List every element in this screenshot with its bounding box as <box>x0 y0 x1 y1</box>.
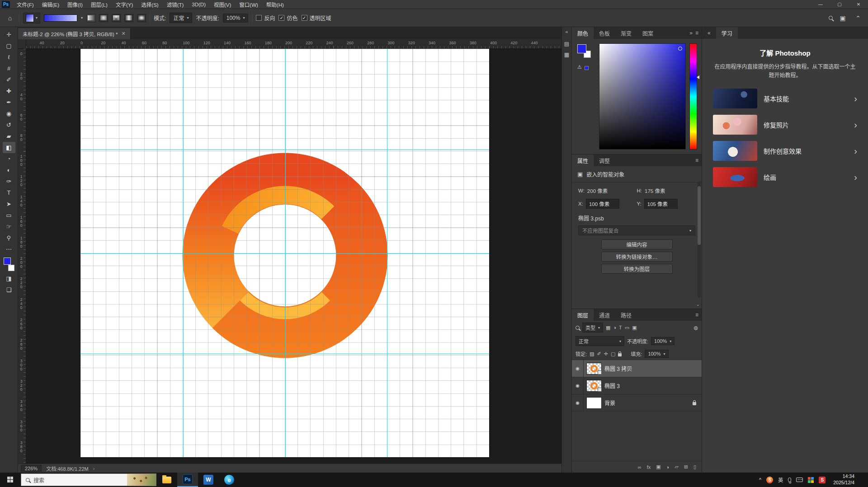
tab-color[interactable]: 颜色 <box>572 27 594 39</box>
chevron-down-icon[interactable]: ⌄ <box>696 302 700 307</box>
dither-checkbox[interactable]: ✓ <box>278 15 284 21</box>
taskbar-file-explorer[interactable] <box>156 473 177 487</box>
lock-artboard-icon[interactable]: ▢ <box>611 351 615 357</box>
reflected-gradient-button[interactable] <box>124 14 133 22</box>
canvas-viewport[interactable] <box>26 49 561 464</box>
security-s-icon[interactable]: S <box>819 477 826 483</box>
lock-position-icon[interactable]: ✛ <box>604 351 608 357</box>
maximize-button[interactable]: ▢ <box>830 0 849 9</box>
learn-item-retouch[interactable]: 修复照片 › <box>713 115 857 135</box>
document-tab[interactable]: 未标题-2 @ 226% (椭圆 3 拷贝, RGB/8) * ✕ <box>18 28 131 39</box>
scrollbar[interactable] <box>698 182 701 298</box>
history-brush-tool[interactable]: ↺ <box>3 119 15 131</box>
lock-all-icon[interactable] <box>618 353 622 356</box>
screen-mode-button[interactable]: ❏ <box>3 284 15 295</box>
hue-slider-arrow[interactable] <box>697 75 699 79</box>
brush-tool[interactable]: ✒ <box>3 97 15 108</box>
hand-tool[interactable]: ☞ <box>3 221 15 232</box>
tab-patterns[interactable]: 图案 <box>637 27 659 39</box>
history-panel-icon[interactable]: ▤ <box>564 41 569 47</box>
zoom-tool[interactable]: ⚲ <box>3 232 15 244</box>
pen-tool[interactable]: ✑ <box>3 176 15 187</box>
tab-channels[interactable]: 通道 <box>594 309 615 321</box>
menu-item-5[interactable]: 选择(S) <box>137 0 162 9</box>
angle-gradient-button[interactable] <box>112 14 121 22</box>
home-icon[interactable]: ⌂ <box>5 13 15 23</box>
menu-item-1[interactable]: 编辑(E) <box>38 0 63 9</box>
hidden-icons-chevron[interactable]: ^ <box>759 477 761 482</box>
reverse-checkbox[interactable] <box>256 15 262 21</box>
layer-thumbnail[interactable] <box>586 363 602 375</box>
chevron-down-icon[interactable]: ▾ <box>81 16 83 20</box>
tab-swatches[interactable]: 色板 <box>594 27 615 39</box>
eyedropper-tool[interactable]: ✐ <box>3 74 15 85</box>
background-color-swatch[interactable] <box>8 265 14 271</box>
learn-item-paint[interactable]: 绘画 › <box>713 167 857 187</box>
lock-transparency-icon[interactable]: ▨ <box>590 351 594 357</box>
layer-comp-select[interactable]: 不应用图层复合 ▾ <box>578 225 695 235</box>
dodge-tool[interactable]: ◐ <box>3 164 15 176</box>
tab-layers[interactable]: 图层 <box>572 309 594 321</box>
minimize-button[interactable]: — <box>811 0 830 9</box>
foreground-color-swatch[interactable] <box>577 44 586 53</box>
diamond-gradient-button[interactable] <box>137 14 146 22</box>
filter-smart-object-icon[interactable]: ▣ <box>632 325 637 331</box>
expand-dock-icon[interactable]: « <box>565 27 568 36</box>
visibility-eye-icon[interactable]: ◉ <box>572 377 584 394</box>
eraser-tool[interactable]: ▰ <box>3 131 15 142</box>
path-selection-tool[interactable]: ➤ <box>3 198 15 210</box>
marquee-tool[interactable]: ▢ <box>3 40 15 52</box>
filter-image-icon[interactable]: ▦ <box>606 325 610 331</box>
color-swatches[interactable] <box>3 258 15 271</box>
gamut-color-swatch[interactable] <box>585 66 589 70</box>
menu-item-6[interactable]: 滤镜(T) <box>163 0 188 9</box>
chevron-up-icon[interactable]: ⌃ <box>853 13 863 23</box>
link-layers-icon[interactable]: ∞ <box>638 464 642 470</box>
menu-item-7[interactable]: 3D(D) <box>188 0 210 9</box>
delete-layer-icon[interactable]: ▯ <box>693 464 696 470</box>
taskbar-word[interactable]: W <box>198 473 219 487</box>
filter-type-icon[interactable]: T <box>619 325 622 330</box>
apps-grid-icon[interactable] <box>808 477 814 483</box>
taskbar-photoshop[interactable]: Ps <box>177 473 198 487</box>
shape-tool[interactable]: ▭ <box>3 210 15 221</box>
layer-thumbnail[interactable] <box>586 397 602 409</box>
color-picker-indicator[interactable] <box>678 47 682 51</box>
tab-adjustments[interactable]: 调整 <box>594 155 615 166</box>
gradient-preset-picker[interactable]: ▾ <box>23 13 40 23</box>
opacity-select[interactable]: 100% ▾ <box>223 14 249 23</box>
search-highlight-image[interactable] <box>127 474 156 486</box>
blur-tool[interactable]: ◔ <box>3 153 15 164</box>
gradient-tool[interactable]: ◧ <box>3 142 15 153</box>
y-input[interactable]: 105 像素 <box>644 199 678 209</box>
menu-item-2[interactable]: 图像(I) <box>63 0 87 9</box>
panel-menu-icon[interactable]: ≡ <box>695 30 698 36</box>
filter-shape-icon[interactable]: ▭ <box>625 325 629 331</box>
menu-item-0[interactable]: 文件(F) <box>13 0 38 9</box>
keyboard-icon[interactable] <box>796 478 803 482</box>
tab-learn[interactable]: 学习 <box>716 27 738 39</box>
gradient-preview[interactable] <box>44 14 77 22</box>
healing-brush-tool[interactable]: ✚ <box>3 85 15 97</box>
visibility-eye-icon[interactable]: ◉ <box>572 360 584 377</box>
menu-item-8[interactable]: 视图(V) <box>210 0 235 9</box>
transparency-checkbox-row[interactable]: ✓ 透明区域 <box>302 14 331 22</box>
learn-item-basics[interactable]: 基本技能 › <box>713 89 857 108</box>
new-layer-icon[interactable]: ⊞ <box>684 464 688 470</box>
gamut-warning-icon[interactable]: ⚠ <box>577 64 582 70</box>
type-tool[interactable]: T <box>3 187 15 198</box>
close-button[interactable]: ✕ <box>849 0 868 9</box>
menu-item-9[interactable]: 窗口(W) <box>235 0 262 9</box>
filter-toggle-icon[interactable]: ◍ <box>693 325 698 331</box>
layer-effects-icon[interactable]: fx <box>647 464 651 470</box>
hue-slider[interactable] <box>689 43 697 150</box>
blend-mode-select[interactable]: 正常 ▾ <box>576 336 624 346</box>
zoom-level[interactable]: 226% <box>21 465 42 472</box>
info-panel-icon[interactable]: ▦ <box>564 52 569 58</box>
menu-item-10[interactable]: 帮助(H) <box>262 0 288 9</box>
layer-row-background[interactable]: ◉ 背景 <box>572 394 702 412</box>
layer-thumbnail[interactable] <box>586 380 602 392</box>
layer-row-ellipse-copy[interactable]: ◉ 椭圆 3 拷贝 <box>572 360 702 377</box>
convert-to-layer-button[interactable]: 转换为图层 <box>601 264 673 274</box>
crop-tool[interactable]: # <box>3 63 15 74</box>
